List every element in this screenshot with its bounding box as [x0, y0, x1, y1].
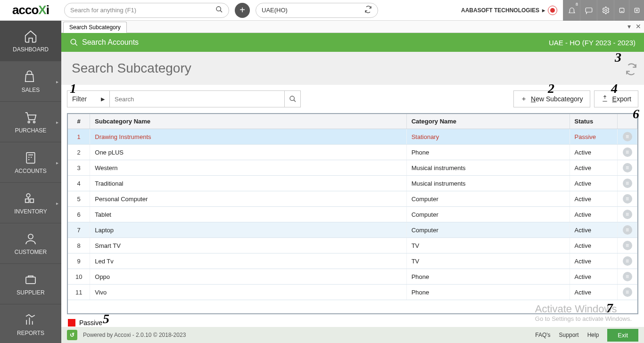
sidebar-item-supplier[interactable]: SUPPLIER [0, 264, 61, 304]
table-row[interactable]: 1Drawing InstrumentsStationaryPassive≡ [68, 129, 637, 145]
filter-search-button[interactable] [284, 91, 300, 107]
row-actions-button[interactable]: ≡ [618, 129, 637, 145]
minimize-button[interactable] [614, 0, 629, 21]
cell-status: Active [570, 176, 618, 191]
messages-button[interactable] [580, 0, 597, 21]
row-actions-button[interactable]: ≡ [618, 191, 637, 207]
svg-point-10 [33, 121, 35, 123]
filter-row: 1 Filter ▶ 2 ＋ New Subcategory 4 Export [61, 85, 644, 113]
table-row[interactable]: 6TabletComputerActive≡ [68, 207, 637, 222]
add-button[interactable]: + [235, 3, 250, 18]
cell-subcategory: Drawing Instruments [90, 129, 406, 145]
cell-category: Stationary [406, 129, 570, 145]
settings-button[interactable] [597, 0, 614, 21]
sidebar-item-purchase[interactable]: PURCHASE ▸ [0, 102, 61, 142]
tab-close-icon[interactable]: ✕ [636, 23, 641, 30]
cell-category: Computer [406, 207, 570, 222]
col-subcategory[interactable]: Subcategory Name [90, 114, 406, 129]
exit-button[interactable]: Exit [607, 329, 638, 342]
branch-selector[interactable]: UAE(HO) [256, 3, 378, 18]
sidebar-item-customer[interactable]: CUSTOMER [0, 223, 61, 264]
tab-dropdown-icon[interactable]: ▾ [627, 23, 631, 30]
row-actions-button[interactable]: ≡ [618, 269, 637, 285]
record-icon [548, 6, 557, 15]
faq-link[interactable]: FAQ's [535, 332, 550, 338]
sidebar-item-label: CUSTOMER [15, 249, 47, 255]
svg-point-26 [290, 96, 294, 100]
annotation-6: 6 [633, 106, 639, 122]
cell-category: Phone [406, 285, 570, 300]
col-status[interactable]: Status [570, 114, 618, 129]
row-actions-button[interactable]: ≡ [618, 253, 637, 269]
filter-label: Filter [72, 95, 87, 103]
sidebar-item-label: INVENTORY [14, 208, 47, 215]
cell-num: 9 [68, 253, 90, 269]
cell-subcategory: Tablet [90, 207, 406, 222]
sidebar-item-sales[interactable]: SALES ▸ [0, 61, 61, 102]
cell-category: Phone [406, 145, 570, 160]
close-button[interactable] [629, 0, 644, 21]
refresh-icon[interactable] [625, 63, 637, 78]
svg-point-18 [26, 194, 30, 197]
cell-subcategory: Personal Computer [90, 191, 406, 207]
tab-search-subcategory[interactable]: Search Subcategory [63, 22, 127, 33]
sidebar-item-reports[interactable]: REPORTS [0, 304, 61, 343]
table-row[interactable]: 4TraditionalMusical instrumentsActive≡ [68, 176, 637, 191]
system-tray: 8 [563, 0, 644, 21]
help-link[interactable]: Help [587, 332, 599, 338]
table-row[interactable]: 5Personal ComputerComputerActive≡ [68, 191, 637, 207]
svg-point-9 [28, 121, 30, 123]
row-actions-button[interactable]: ≡ [618, 285, 637, 300]
sidebar-item-accounts[interactable]: ACCOUNTS ▸ [0, 142, 61, 183]
table-row[interactable]: 8Smart TVTVActive≡ [68, 238, 637, 253]
table-row[interactable]: 11VivoPhoneActive≡ [68, 285, 637, 300]
cell-num: 3 [68, 160, 90, 176]
cell-status: Active [570, 269, 618, 285]
sidebar-item-dashboard[interactable]: DASHBOARD [0, 21, 61, 61]
filter-box: Filter ▶ [67, 90, 301, 107]
sidebar-item-inventory[interactable]: INVENTORY ▸ [0, 183, 61, 223]
svg-rect-17 [30, 199, 34, 203]
filter-search-input[interactable] [110, 91, 284, 107]
table-row[interactable]: 7LaptopComputerActive≡ [68, 222, 637, 238]
row-actions-button[interactable]: ≡ [618, 222, 637, 238]
notifications-button[interactable]: 8 [563, 0, 580, 21]
menu-icon: ≡ [623, 287, 632, 297]
row-actions-button[interactable]: ≡ [618, 207, 637, 222]
support-link[interactable]: Support [559, 332, 579, 338]
company-label: AABASOFT TECHNOLOGIES [461, 7, 539, 14]
table-header-row: # Subcategory Name Category Name Status [68, 114, 637, 129]
annotation-7: 7 [606, 301, 613, 316]
sidebar-item-label: REPORTS [17, 330, 44, 336]
menu-icon: ≡ [623, 194, 632, 204]
subcategory-table: 6 # Subcategory Name Category Name Statu… [67, 113, 638, 314]
table-row[interactable]: 9Led TvTVActive≡ [68, 253, 637, 269]
table-row[interactable]: 10OppoPhoneActive≡ [68, 269, 637, 285]
company-selector[interactable]: AABASOFT TECHNOLOGIES ▸ [461, 6, 557, 15]
cell-category: Computer [406, 191, 570, 207]
sync-icon [364, 6, 372, 15]
powered-by: Powered by Accoxi - 2.0.10 © 2018-2023 [83, 332, 186, 338]
svg-line-27 [294, 100, 296, 102]
new-rest: ew Subcategory [536, 95, 583, 103]
global-search-input[interactable]: Search for anything (F1) [64, 3, 229, 18]
plus-icon: ＋ [520, 95, 527, 103]
branch-label: UAE(HO) [262, 7, 288, 14]
cell-status: Active [570, 207, 618, 222]
annotation-1: 1 [70, 81, 76, 96]
col-category[interactable]: Category Name [406, 114, 570, 129]
chevron-right-icon: ▸ [56, 119, 58, 124]
row-actions-button[interactable]: ≡ [618, 176, 637, 191]
table-row[interactable]: 2One pLUSPhoneActive≡ [68, 145, 637, 160]
row-actions-button[interactable]: ≡ [618, 145, 637, 160]
cell-status: Active [570, 191, 618, 207]
cell-subcategory: Oppo [90, 269, 406, 285]
cell-category: Musical instruments [406, 176, 570, 191]
sidebar-item-label: SALES [22, 87, 40, 93]
context-bar: Search Accounts UAE - HO (FY 2023 - 2023… [61, 33, 644, 52]
row-actions-button[interactable]: ≡ [618, 238, 637, 253]
col-num[interactable]: # [68, 114, 90, 129]
table-row[interactable]: 3WesternMusical instrumentsActive≡ [68, 160, 637, 176]
top-bar: accoXi Search for anything (F1) + UAE(HO… [0, 0, 644, 21]
row-actions-button[interactable]: ≡ [618, 160, 637, 176]
